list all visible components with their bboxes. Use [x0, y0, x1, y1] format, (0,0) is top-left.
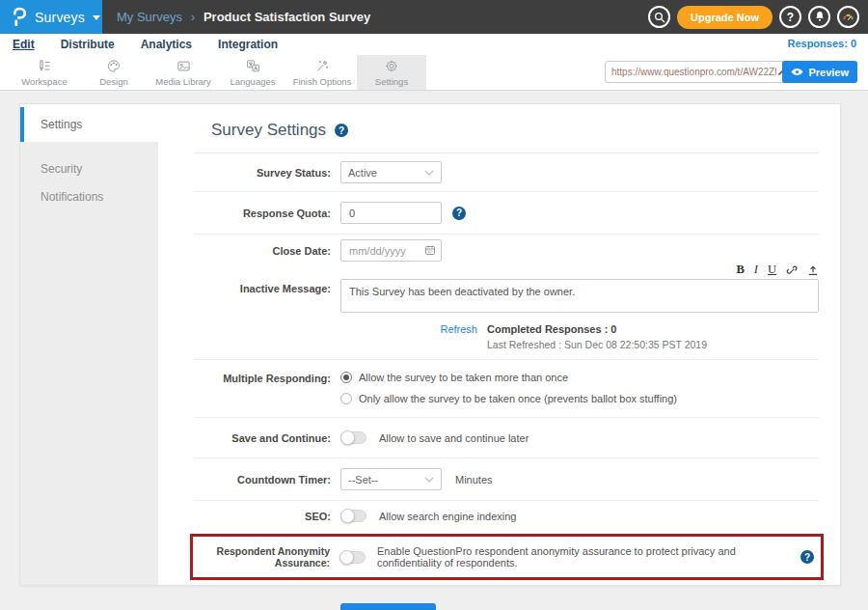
close-date-label: Close Date:: [194, 245, 340, 257]
close-date-row: Close Date:: [194, 235, 819, 263]
countdown-minutes-text: Minutes: [455, 474, 493, 485]
link-icon[interactable]: [786, 264, 798, 276]
toolbar-tab-design[interactable]: Design: [79, 55, 149, 90]
survey-status-row: Survey Status: Active: [194, 153, 819, 192]
underline-button[interactable]: U: [768, 263, 776, 276]
radio-selected-icon[interactable]: [340, 372, 352, 383]
eye-icon: [791, 68, 803, 76]
last-refreshed-text: Last Refreshed : Sun Dec 08 22:50:35 PST…: [487, 339, 707, 350]
italic-button[interactable]: I: [754, 263, 758, 276]
rich-text-toolbar: B I U: [340, 263, 819, 277]
inactive-message-textarea[interactable]: This Survey has been deactivated by the …: [340, 279, 819, 313]
upload-image-icon[interactable]: [807, 264, 819, 276]
inactive-message-label: Inactive Message:: [194, 263, 340, 294]
questionpro-logo-icon: [11, 7, 27, 27]
seo-text: Allow search engine indexing: [379, 511, 516, 522]
save-and-continue-toggle[interactable]: [340, 431, 366, 444]
radio-option-once-only[interactable]: Only allow the survey to be taken once (…: [340, 393, 677, 404]
inactive-message-row: Inactive Message: B I U This Survey has …: [194, 263, 819, 360]
response-quota-row: Response Quota: ?: [194, 192, 819, 235]
response-quota-help-icon[interactable]: ?: [452, 207, 466, 220]
settings-card: Settings Security Notifications Survey S…: [19, 103, 841, 586]
save-and-continue-label: Save and Continue:: [194, 432, 340, 444]
responses-count[interactable]: Responses: 0: [787, 38, 856, 49]
edit-toolbar: Workspace Design Media Library Languages…: [0, 55, 868, 91]
anonymity-help-icon[interactable]: ?: [800, 550, 814, 564]
search-icon[interactable]: [648, 6, 670, 28]
countdown-timer-row: Countdown Timer: --Set-- Minutes: [194, 458, 819, 501]
survey-nav-tabs: Edit Distribute Analytics Integration Re…: [0, 34, 868, 55]
seo-label: SEO:: [194, 511, 340, 522]
refresh-row: Refresh Completed Responses : 0 Last Ref…: [340, 323, 819, 350]
toolbar-tab-finish-options[interactable]: Finish Options: [287, 55, 357, 90]
response-quota-label: Response Quota:: [194, 208, 340, 219]
upgrade-now-button[interactable]: Upgrade Now: [677, 6, 773, 29]
preview-button[interactable]: Preview: [782, 61, 857, 83]
multiple-responding-label: Multiple Responding:: [194, 372, 340, 384]
nav-tab-analytics[interactable]: Analytics: [141, 38, 192, 51]
seo-row: SEO: Allow search engine indexing: [194, 501, 819, 531]
countdown-timer-select[interactable]: --Set--: [340, 468, 442, 490]
breadcrumb-current-survey: Product Satisfaction Survey: [203, 10, 370, 24]
nav-tab-edit[interactable]: Edit: [13, 38, 35, 51]
save-and-continue-text: Allow to save and continue later: [379, 432, 529, 444]
close-date-input[interactable]: [340, 239, 442, 262]
product-switcher[interactable]: Surveys: [0, 0, 102, 34]
survey-status-label: Survey Status:: [194, 167, 340, 179]
chevron-down-icon: [424, 477, 434, 483]
refresh-link[interactable]: Refresh: [340, 323, 487, 335]
toolbar-tab-workspace[interactable]: Workspace: [10, 55, 79, 90]
design-icon: [106, 59, 122, 73]
toolbar-tab-media-library[interactable]: Media Library: [149, 55, 218, 90]
multiple-responding-row: Multiple Responding: Allow the survey to…: [194, 360, 819, 418]
save-row: Save Changes: [194, 591, 819, 610]
survey-url-field[interactable]: https://www.questionpro.com/t/AW22Zf4yf: [605, 61, 794, 83]
settings-gear-icon: [384, 59, 399, 73]
breadcrumb-separator: ›: [191, 11, 195, 24]
anonymity-toggle[interactable]: [339, 551, 366, 564]
sidebar-item-notifications[interactable]: Notifications: [20, 182, 158, 210]
save-and-continue-row: Save and Continue: Allow to save and con…: [194, 418, 819, 458]
anonymity-highlight-box: Respondent Anonymity Assurance: Enable Q…: [190, 534, 824, 580]
title-row: Survey Settings ?: [194, 104, 819, 153]
toolbar-tab-settings[interactable]: Settings: [357, 55, 426, 90]
chevron-down-icon: [93, 15, 100, 20]
save-changes-button[interactable]: Save Changes: [340, 603, 436, 610]
response-quota-input[interactable]: [340, 202, 442, 224]
page-title: Survey Settings: [211, 121, 326, 140]
breadcrumb: My Surveys › Product Satisfaction Survey: [117, 0, 370, 34]
help-icon[interactable]: ?: [779, 6, 801, 28]
anonymity-text: Enable QuestionPro respondent anonymity …: [377, 545, 793, 568]
seo-toggle[interactable]: [340, 510, 366, 522]
survey-url-text: https://www.questionpro.com/t/AW22Zf4yf: [611, 67, 776, 77]
languages-icon: [245, 59, 261, 73]
settings-content: Survey Settings ? Survey Status: Active …: [158, 104, 840, 585]
toolbar-tab-languages[interactable]: Languages: [218, 55, 287, 90]
chevron-down-icon: [424, 170, 434, 176]
top-header-bar: Surveys My Surveys › Product Satisfactio…: [0, 0, 868, 34]
countdown-timer-label: Countdown Timer:: [194, 474, 340, 485]
anonymity-row-wrapper: Respondent Anonymity Assurance: Enable Q…: [194, 531, 819, 591]
radio-option-multiple-allowed[interactable]: Allow the survey to be taken more than o…: [340, 372, 677, 383]
completed-responses-text: Completed Responses : 0: [487, 323, 707, 335]
sidebar-inactive-group: Security Notifications: [20, 142, 158, 585]
survey-health-gauge-icon[interactable]: [837, 6, 859, 28]
product-name: Surveys: [35, 10, 85, 25]
media-library-icon: [176, 59, 192, 73]
anonymity-label: Respondent Anonymity Assurance:: [193, 545, 339, 568]
survey-settings-help-icon[interactable]: ?: [335, 124, 348, 137]
sidebar-item-security[interactable]: Security: [20, 154, 158, 182]
finish-options-icon: [314, 59, 330, 73]
settings-sidebar: Settings Security Notifications: [20, 104, 158, 585]
bold-button[interactable]: B: [736, 263, 744, 276]
nav-tab-integration[interactable]: Integration: [218, 38, 278, 51]
survey-status-select[interactable]: Active: [340, 161, 442, 183]
breadcrumb-my-surveys[interactable]: My Surveys: [117, 10, 182, 24]
workspace-icon: [37, 59, 52, 73]
radio-unselected-icon[interactable]: [340, 393, 352, 404]
sidebar-item-settings[interactable]: Settings: [20, 107, 158, 142]
nav-tab-distribute[interactable]: Distribute: [61, 38, 115, 51]
header-actions: Upgrade Now ?: [648, 0, 859, 34]
notifications-bell-icon[interactable]: [808, 6, 830, 28]
